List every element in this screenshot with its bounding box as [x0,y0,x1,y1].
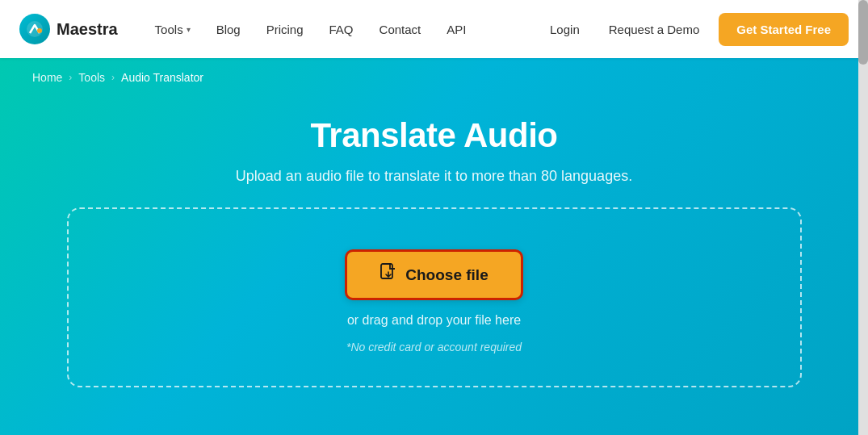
svg-point-1 [37,28,42,33]
nav-item-api[interactable]: API [435,16,477,43]
hero-section: Translate Audio Upload an audio file to … [32,100,836,207]
nav-right: Login Request a Demo Get Started Free [540,13,849,46]
navbar: Maestra Tools ▾ Blog Pricing FAQ Contact… [0,0,868,58]
drag-drop-text: or drag and drop your file here [347,313,521,328]
choose-file-button[interactable]: Choose file [345,249,522,300]
scrollbar-thumb[interactable] [858,0,868,65]
logo-text: Maestra [57,20,118,39]
file-drop-zone[interactable]: Choose file or drag and drop your file h… [67,207,802,387]
nav-item-contact[interactable]: Contact [368,16,433,43]
no-credit-card-note: *No credit card or account required [346,341,522,353]
request-demo-link[interactable]: Request a Demo [599,16,710,43]
nav-item-blog[interactable]: Blog [205,16,252,43]
nav-item-pricing[interactable]: Pricing [255,16,315,43]
chevron-down-icon: ▾ [187,25,191,34]
breadcrumb: Home › Tools › Audio Translator [32,58,836,100]
nav-links: Tools ▾ Blog Pricing FAQ Contact API [144,16,540,43]
breadcrumb-current: Audio Translator [121,71,203,84]
choose-file-label: Choose file [405,266,488,284]
breadcrumb-sep-2: › [111,72,115,83]
login-link[interactable]: Login [540,16,589,43]
get-started-button[interactable]: Get Started Free [719,13,849,46]
breadcrumb-tools[interactable]: Tools [78,71,105,84]
logo-icon [19,14,50,44]
file-icon [379,263,397,287]
page-title: Translate Audio [32,116,836,155]
nav-item-faq[interactable]: FAQ [318,16,365,43]
hero-subtitle: Upload an audio file to translate it to … [32,168,836,185]
breadcrumb-home[interactable]: Home [32,71,62,84]
nav-item-tools[interactable]: Tools ▾ [144,16,202,43]
breadcrumb-sep-1: › [69,72,72,83]
logo[interactable]: Maestra [19,14,118,44]
main-content: Home › Tools › Audio Translator Translat… [0,58,868,435]
scrollbar-track[interactable] [858,0,868,435]
